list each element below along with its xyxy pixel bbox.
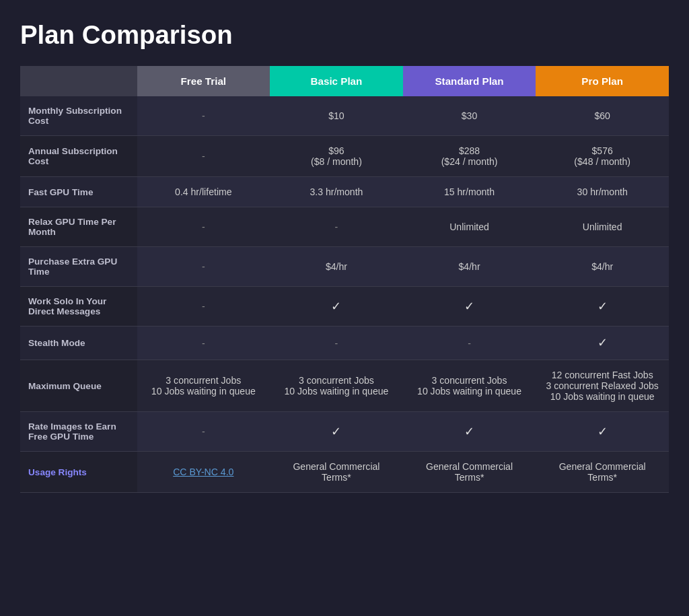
table-row: Stealth Mode---✓ — [20, 327, 669, 360]
cell-text: 10 Jobs waiting in queue — [151, 386, 256, 397]
pro-cell: $576($48 / month) — [536, 136, 669, 177]
pro-cell: ✓ — [536, 287, 669, 327]
cell-text: 15 hr/month — [444, 186, 495, 197]
table-row: Fast GPU Time0.4 hr/lifetime3.3 hr/month… — [20, 177, 669, 207]
basic-cell: - — [270, 327, 403, 360]
cell-text: $288 — [459, 145, 480, 156]
table-row: Work Solo In Your Direct Messages-✓✓✓ — [20, 287, 669, 327]
free-cell: - — [137, 96, 270, 136]
cell-text: $4/hr — [326, 261, 347, 272]
dash-indicator: - — [202, 221, 205, 232]
header-standard-col: Standard Plan — [403, 66, 536, 96]
cell-text: $30 — [462, 110, 478, 121]
checkmark-icon: ✓ — [597, 300, 608, 313]
cell-text: 0.4 hr/lifetime — [175, 186, 232, 197]
table-header-row: Free Trial Basic Plan Standard Plan Pro … — [20, 66, 669, 96]
cell-text: General Commercial Terms* — [293, 461, 379, 483]
basic-cell: 3.3 hr/month — [270, 177, 403, 207]
feature-cell: Relax GPU Time Per Month — [20, 207, 137, 247]
basic-cell: - — [270, 207, 403, 247]
cell-text: 12 concurrent Fast Jobs — [552, 370, 653, 380]
standard-cell: ✓ — [403, 287, 536, 327]
free-cell: 3 concurrent Jobs10 Jobs waiting in queu… — [137, 360, 270, 412]
free-cell: CC BY-NC 4.0 — [137, 452, 270, 493]
header-basic-col: Basic Plan — [270, 66, 403, 96]
table-row: Maximum Queue3 concurrent Jobs10 Jobs wa… — [20, 360, 669, 412]
checkmark-icon: ✓ — [464, 300, 474, 313]
feature-cell: Purchase Extra GPU Time — [20, 247, 137, 287]
cell-text: $4/hr — [458, 261, 480, 272]
pro-cell: $4/hr — [536, 247, 669, 287]
cell-text: 10 Jobs waiting in queue — [417, 386, 521, 397]
standard-cell: $288($24 / month) — [403, 136, 536, 177]
cell-text: General Commercial Terms* — [559, 461, 646, 483]
free-cell: - — [137, 136, 270, 177]
standard-cell: ✓ — [403, 412, 536, 452]
feature-cell: Stealth Mode — [20, 327, 137, 360]
checkmark-icon: ✓ — [464, 425, 474, 438]
pro-cell: ✓ — [536, 327, 669, 360]
feature-cell: Work Solo In Your Direct Messages — [20, 287, 137, 327]
standard-cell: Unlimited — [403, 207, 536, 247]
basic-cell: ✓ — [270, 287, 403, 327]
checkmark-icon: ✓ — [597, 336, 608, 349]
feature-cell: Usage Rights — [20, 452, 137, 493]
table-row: Annual Subscription Cost-$96($8 / month)… — [20, 136, 669, 177]
feature-cell: Maximum Queue — [20, 360, 137, 412]
cell-text: 3 concurrent Jobs — [166, 375, 241, 386]
dash-indicator: - — [202, 426, 205, 437]
basic-cell: General Commercial Terms* — [270, 452, 403, 493]
cell-text: 10 Jobs waiting in queue — [550, 391, 655, 402]
table-row: Purchase Extra GPU Time-$4/hr$4/hr$4/hr — [20, 247, 669, 287]
feature-cell: Fast GPU Time — [20, 177, 137, 207]
free-cell: - — [137, 287, 270, 327]
dash-indicator: - — [468, 338, 471, 349]
cell-text: 3 concurrent Jobs — [299, 375, 374, 386]
cell-text: ($24 / month) — [441, 156, 498, 167]
feature-cell: Monthly Subscription Cost — [20, 96, 137, 136]
cell-text: 3 concurrent Relaxed Jobs — [546, 380, 658, 391]
standard-cell: - — [403, 327, 536, 360]
pro-cell: 12 concurrent Fast Jobs3 concurrent Rela… — [536, 360, 669, 412]
basic-cell: 3 concurrent Jobs10 Jobs waiting in queu… — [270, 360, 403, 412]
cell-text: ($48 / month) — [574, 156, 630, 167]
free-cell: 0.4 hr/lifetime — [137, 177, 270, 207]
dash-indicator: - — [335, 221, 338, 232]
free-cell: - — [137, 412, 270, 452]
checkmark-icon: ✓ — [331, 300, 341, 313]
pro-cell: Unlimited — [536, 207, 669, 247]
checkmark-icon: ✓ — [331, 425, 341, 438]
standard-cell: 15 hr/month — [403, 177, 536, 207]
table-row: Usage RightsCC BY-NC 4.0General Commerci… — [20, 452, 669, 493]
basic-cell: ✓ — [270, 412, 403, 452]
free-cell: - — [137, 247, 270, 287]
table-row: Rate Images to Earn Free GPU Time-✓✓✓ — [20, 412, 669, 452]
dash-indicator: - — [335, 338, 338, 349]
pro-cell: ✓ — [536, 412, 669, 452]
cell-text: $4/hr — [591, 261, 613, 272]
free-cell: - — [137, 207, 270, 247]
cc-license-link[interactable]: CC BY-NC 4.0 — [173, 467, 233, 477]
cell-text: 3.3 hr/month — [310, 186, 363, 197]
dash-indicator: - — [202, 338, 205, 349]
page-title: Plan Comparison — [20, 20, 669, 50]
basic-cell: $96($8 / month) — [270, 136, 403, 177]
header-free-col: Free Trial — [137, 66, 270, 96]
standard-cell: 3 concurrent Jobs10 Jobs waiting in queu… — [403, 360, 536, 412]
pro-cell: 30 hr/month — [536, 177, 669, 207]
header-feature-col — [20, 66, 137, 96]
dash-indicator: - — [202, 151, 205, 162]
comparison-table: Free Trial Basic Plan Standard Plan Pro … — [20, 66, 669, 493]
basic-cell: $10 — [270, 96, 403, 136]
cell-text: $96 — [328, 145, 344, 156]
dash-indicator: - — [202, 110, 205, 121]
cell-text: $60 — [594, 110, 610, 121]
cell-text: 3 concurrent Jobs — [432, 375, 507, 386]
cell-text: ($8 / month) — [311, 156, 362, 167]
dash-indicator: - — [202, 301, 205, 312]
basic-cell: $4/hr — [270, 247, 403, 287]
dash-indicator: - — [202, 261, 205, 272]
feature-cell: Rate Images to Earn Free GPU Time — [20, 412, 137, 452]
pro-cell: General Commercial Terms* — [536, 452, 669, 493]
table-row: Monthly Subscription Cost-$10$30$60 — [20, 96, 669, 136]
